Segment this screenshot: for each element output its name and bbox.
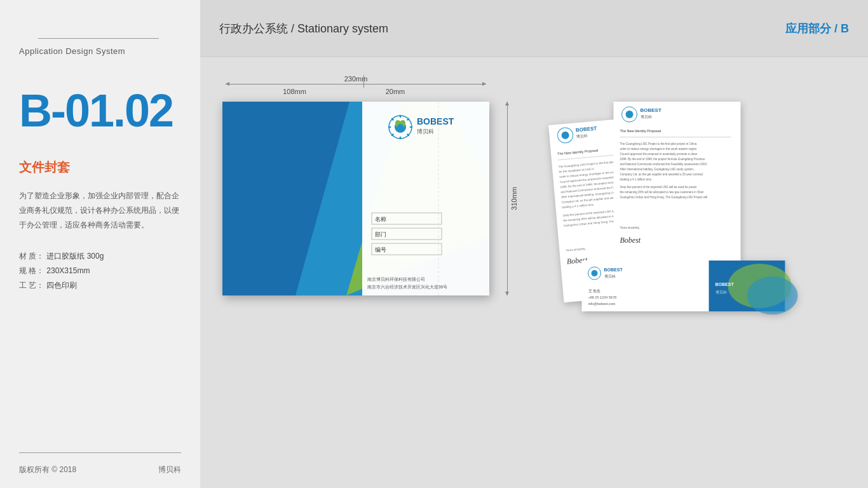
svg-point-74 — [747, 276, 798, 315]
svg-line-14 — [392, 135, 393, 136]
sidebar: Application Design System B-01.02 文件封套 为… — [0, 0, 200, 488]
svg-text:博贝科: 博贝科 — [715, 290, 727, 294]
spec-craft: 工 艺： 四色印刷 — [19, 280, 181, 291]
svg-point-18 — [397, 124, 403, 130]
svg-text:部门: 部门 — [375, 231, 386, 238]
svg-line-11 — [392, 119, 393, 120]
svg-line-13 — [408, 119, 409, 120]
svg-text:王 先生: 王 先生 — [588, 289, 601, 293]
header-title: 行政办公系统 / Stationary system — [219, 21, 388, 36]
dim-20-label: 20mm — [386, 88, 405, 95]
dim-108-label: 108mm — [283, 88, 306, 95]
spec-size-value: 230X315mm — [46, 266, 90, 275]
svg-text:Bobest: Bobest — [620, 236, 641, 245]
svg-text:info@bobest.com: info@bobest.com — [588, 302, 616, 306]
header-section: 应用部分 / B — [785, 21, 849, 36]
svg-text:totaling a 4.1 million tons.: totaling a 4.1 million tons. — [620, 178, 653, 181]
sidebar-top: Application Design System — [0, 0, 200, 75]
spec-material: 材 质： 进口胶版纸 300g — [19, 251, 181, 262]
footer-brand: 博贝科 — [158, 464, 181, 475]
svg-text:the remaining 35% will be allo: the remaining 35% will be allocated to n… — [620, 191, 705, 194]
spec-craft-label: 工 艺： — [19, 280, 44, 291]
svg-text:博贝科: 博贝科 — [641, 115, 652, 119]
svg-text:BOBEST: BOBEST — [604, 268, 623, 272]
sidebar-app-title: Application Design System — [19, 46, 181, 56]
spec-craft-value: 四色印刷 — [46, 280, 77, 291]
svg-text:1998. By the end of 1999, the : 1998. By the end of 1999, the project fo… — [620, 158, 705, 161]
svg-text:博贝科: 博贝科 — [604, 274, 616, 278]
svg-text:BOBEST: BOBEST — [715, 282, 735, 287]
svg-text:Company Ltd. as the get suppli: Company Ltd. as the get supplier and awa… — [620, 173, 704, 176]
svg-text:BOBEST: BOBEST — [641, 107, 661, 113]
section-description: 为了塑造企业形象，加强企业内部管理，配合企业商务礼仪规范，设计各种办公系统用品，… — [19, 189, 181, 232]
specs-list: 材 质： 进口胶版纸 300g 规 格： 230X315mm 工 艺： 四色印刷 — [19, 251, 181, 295]
dim-230-group: 230mm — [226, 75, 486, 85]
svg-text:编号: 编号 — [375, 247, 386, 253]
dim-108-group: 108mm — [226, 88, 363, 95]
dim-top-area: 230mm 108mm 20mm — [219, 70, 492, 102]
main-header: 行政办公系统 / Stationary system 应用部分 / B — [200, 0, 868, 57]
letter-section: BOBEST 博贝科 The New Identity Proposal The… — [505, 102, 849, 327]
svg-point-76 — [592, 270, 598, 276]
svg-text:Council approved the proposal : Council approved the proposal to essenti… — [620, 152, 698, 156]
svg-text:and National Commission endors: and National Commission endorsed the Fea… — [620, 163, 707, 166]
main-body: 230mm 108mm 20mm — [200, 57, 868, 488]
spec-material-label: 材 质： — [19, 251, 44, 262]
svg-text:博贝科: 博贝科 — [417, 128, 434, 135]
svg-text:Sixty-five percent of the impo: Sixty-five percent of the imported LNG w… — [620, 186, 698, 189]
folder-wrapper: BOBEST 博贝科 名称 部门 编号 南京博贝科环保科技有限公司 — [219, 102, 492, 295]
svg-text:The New Identity Proposal: The New Identity Proposal — [620, 129, 661, 133]
dim-sub-group: 108mm 20mm — [226, 88, 421, 95]
letters-svg: BOBEST 博贝科 The New Identity Proposal The… — [505, 102, 849, 318]
svg-text:The Guangdong LNG Project is t: The Guangdong LNG Project is the first p… — [620, 142, 697, 146]
svg-text:order to reduce energy shortag: order to reduce energy shortages in the … — [620, 147, 698, 151]
svg-text:+86 25 1234 5678: +86 25 1234 5678 — [588, 295, 617, 299]
sidebar-bottom-divider — [19, 452, 181, 453]
folder-section: 230mm 108mm 20mm — [219, 70, 492, 295]
svg-text:南京市六合经济技术开发区兴化大道96号: 南京市六合经济技术开发区兴化大道96号 — [367, 285, 447, 290]
spec-material-value: 进口胶版纸 300g — [46, 251, 104, 262]
spec-size: 规 格： 230X315mm — [19, 266, 181, 276]
spec-size-label: 规 格： — [19, 266, 44, 276]
section-title: 文件封套 — [19, 159, 181, 176]
svg-text:Yours sincerely,: Yours sincerely, — [620, 226, 640, 229]
svg-point-53 — [626, 111, 634, 118]
svg-text:Guangzhou Urban and Hong Kong.: Guangzhou Urban and Hong Kong. The Guang… — [620, 196, 708, 199]
svg-rect-57 — [620, 137, 731, 138]
main-content: 行政办公系统 / Stationary system 应用部分 / B 230m… — [200, 0, 868, 488]
svg-text:After International bidding, G: After International bidding, Guangdong L… — [620, 168, 696, 171]
svg-line-12 — [408, 135, 409, 136]
dim-vert-divider — [363, 75, 364, 88]
folder-svg: BOBEST 博贝科 名称 部门 编号 南京博贝科环保科技有限公司 — [222, 102, 489, 295]
footer-copyright: 版权所有 © 2018 — [19, 464, 76, 475]
dim-20-group: 20mm — [370, 88, 421, 95]
page-code: B-01.02 — [19, 88, 181, 133]
svg-text:BOBEST: BOBEST — [417, 116, 454, 126]
svg-text:南京博贝科环保科技有限公司: 南京博贝科环保科技有限公司 — [367, 277, 425, 281]
svg-text:名称: 名称 — [375, 216, 386, 222]
sidebar-top-divider — [38, 38, 159, 39]
sidebar-footer: 版权所有 © 2018 博贝科 — [19, 464, 181, 475]
dim-230-line — [226, 84, 486, 85]
